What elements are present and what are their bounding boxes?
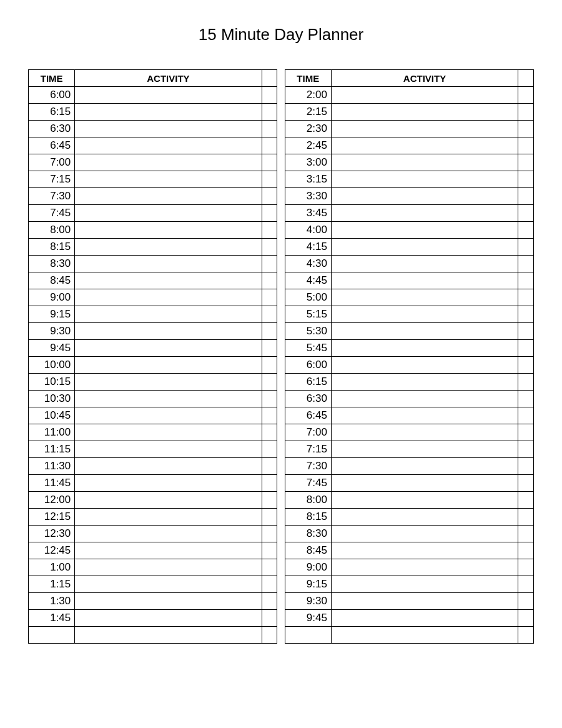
check-cell-right[interactable] bbox=[518, 357, 534, 374]
activity-cell-left[interactable] bbox=[75, 171, 262, 188]
activity-cell-left[interactable] bbox=[75, 627, 262, 644]
check-cell-right[interactable] bbox=[518, 256, 534, 272]
check-cell-left[interactable] bbox=[262, 509, 277, 526]
activity-cell-left[interactable] bbox=[75, 340, 262, 357]
activity-cell-right[interactable] bbox=[331, 391, 518, 407]
activity-cell-right[interactable] bbox=[331, 272, 518, 289]
check-cell-left[interactable] bbox=[262, 323, 277, 340]
check-cell-right[interactable] bbox=[518, 441, 534, 458]
check-cell-left[interactable] bbox=[262, 340, 277, 357]
activity-cell-left[interactable] bbox=[75, 154, 262, 171]
activity-cell-left[interactable] bbox=[75, 475, 262, 492]
check-cell-right[interactable] bbox=[518, 407, 534, 424]
check-cell-left[interactable] bbox=[262, 289, 277, 306]
check-cell-left[interactable] bbox=[262, 610, 277, 627]
check-cell-right[interactable] bbox=[518, 610, 534, 627]
check-cell-left[interactable] bbox=[262, 593, 277, 610]
check-cell-left[interactable] bbox=[262, 188, 277, 205]
check-cell-left[interactable] bbox=[262, 205, 277, 222]
check-cell-left[interactable] bbox=[262, 627, 277, 644]
check-cell-right[interactable] bbox=[518, 137, 534, 154]
check-cell-left[interactable] bbox=[262, 239, 277, 256]
activity-cell-left[interactable] bbox=[75, 104, 262, 121]
check-cell-right[interactable] bbox=[518, 576, 534, 593]
activity-cell-right[interactable] bbox=[331, 188, 518, 205]
check-cell-right[interactable] bbox=[518, 374, 534, 391]
check-cell-left[interactable] bbox=[262, 154, 277, 171]
check-cell-right[interactable] bbox=[518, 391, 534, 407]
check-cell-right[interactable] bbox=[518, 289, 534, 306]
check-cell-right[interactable] bbox=[518, 154, 534, 171]
check-cell-left[interactable] bbox=[262, 222, 277, 239]
check-cell-right[interactable] bbox=[518, 222, 534, 239]
check-cell-left[interactable] bbox=[262, 542, 277, 559]
check-cell-left[interactable] bbox=[262, 475, 277, 492]
check-cell-right[interactable] bbox=[518, 509, 534, 526]
check-cell-left[interactable] bbox=[262, 407, 277, 424]
activity-cell-right[interactable] bbox=[331, 610, 518, 627]
activity-cell-right[interactable] bbox=[331, 526, 518, 542]
check-cell-left[interactable] bbox=[262, 492, 277, 509]
check-cell-left[interactable] bbox=[262, 87, 277, 104]
activity-cell-left[interactable] bbox=[75, 272, 262, 289]
check-cell-left[interactable] bbox=[262, 137, 277, 154]
activity-cell-right[interactable] bbox=[331, 323, 518, 340]
check-cell-left[interactable] bbox=[262, 576, 277, 593]
check-cell-right[interactable] bbox=[518, 492, 534, 509]
activity-cell-left[interactable] bbox=[75, 357, 262, 374]
activity-cell-right[interactable] bbox=[331, 87, 518, 104]
check-cell-left[interactable] bbox=[262, 357, 277, 374]
check-cell-left[interactable] bbox=[262, 374, 277, 391]
activity-cell-right[interactable] bbox=[331, 289, 518, 306]
activity-cell-left[interactable] bbox=[75, 593, 262, 610]
activity-cell-right[interactable] bbox=[331, 340, 518, 357]
check-cell-right[interactable] bbox=[518, 323, 534, 340]
activity-cell-right[interactable] bbox=[331, 374, 518, 391]
activity-cell-left[interactable] bbox=[75, 188, 262, 205]
check-cell-right[interactable] bbox=[518, 475, 534, 492]
activity-cell-left[interactable] bbox=[75, 121, 262, 137]
check-cell-right[interactable] bbox=[518, 593, 534, 610]
check-cell-right[interactable] bbox=[518, 306, 534, 323]
check-cell-left[interactable] bbox=[262, 458, 277, 475]
activity-cell-right[interactable] bbox=[331, 424, 518, 441]
check-cell-left[interactable] bbox=[262, 441, 277, 458]
activity-cell-left[interactable] bbox=[75, 205, 262, 222]
activity-cell-left[interactable] bbox=[75, 289, 262, 306]
check-cell-left[interactable] bbox=[262, 526, 277, 542]
check-cell-left[interactable] bbox=[262, 104, 277, 121]
activity-cell-right[interactable] bbox=[331, 121, 518, 137]
activity-cell-right[interactable] bbox=[331, 593, 518, 610]
activity-cell-left[interactable] bbox=[75, 424, 262, 441]
activity-cell-right[interactable] bbox=[331, 627, 518, 644]
check-cell-right[interactable] bbox=[518, 188, 534, 205]
activity-cell-left[interactable] bbox=[75, 509, 262, 526]
activity-cell-left[interactable] bbox=[75, 576, 262, 593]
check-cell-right[interactable] bbox=[518, 627, 534, 644]
activity-cell-right[interactable] bbox=[331, 492, 518, 509]
check-cell-right[interactable] bbox=[518, 542, 534, 559]
activity-cell-left[interactable] bbox=[75, 407, 262, 424]
check-cell-left[interactable] bbox=[262, 256, 277, 272]
check-cell-right[interactable] bbox=[518, 87, 534, 104]
check-cell-right[interactable] bbox=[518, 121, 534, 137]
check-cell-right[interactable] bbox=[518, 458, 534, 475]
activity-cell-right[interactable] bbox=[331, 205, 518, 222]
activity-cell-left[interactable] bbox=[75, 542, 262, 559]
check-cell-right[interactable] bbox=[518, 104, 534, 121]
check-cell-left[interactable] bbox=[262, 424, 277, 441]
activity-cell-left[interactable] bbox=[75, 374, 262, 391]
check-cell-right[interactable] bbox=[518, 239, 534, 256]
activity-cell-right[interactable] bbox=[331, 306, 518, 323]
check-cell-left[interactable] bbox=[262, 121, 277, 137]
check-cell-right[interactable] bbox=[518, 272, 534, 289]
check-cell-right[interactable] bbox=[518, 526, 534, 542]
activity-cell-right[interactable] bbox=[331, 239, 518, 256]
activity-cell-left[interactable] bbox=[75, 222, 262, 239]
activity-cell-left[interactable] bbox=[75, 323, 262, 340]
activity-cell-left[interactable] bbox=[75, 492, 262, 509]
activity-cell-right[interactable] bbox=[331, 154, 518, 171]
activity-cell-right[interactable] bbox=[331, 559, 518, 576]
activity-cell-left[interactable] bbox=[75, 610, 262, 627]
activity-cell-left[interactable] bbox=[75, 441, 262, 458]
